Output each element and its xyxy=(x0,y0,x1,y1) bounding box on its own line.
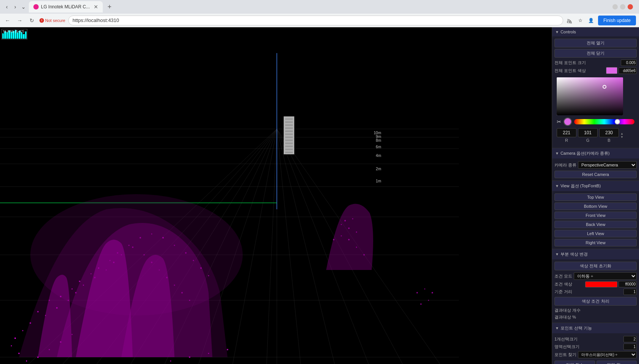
forward-btn[interactable]: › xyxy=(11,3,19,11)
window-maximize-btn[interactable] xyxy=(620,4,625,9)
tab-title: LG Innotek MLiDAR C... xyxy=(41,4,90,9)
svg-rect-106 xyxy=(285,136,293,138)
condition-mode-row: 조건 모드 이하동 ÷ xyxy=(554,272,637,280)
camera-type-select[interactable]: PerspectiveCamera xyxy=(578,161,637,169)
select-size-input[interactable] xyxy=(623,336,637,342)
point-color-swatch[interactable] xyxy=(606,67,617,74)
b-value-cell: B xyxy=(599,128,619,143)
front-view-btn[interactable]: Front View xyxy=(554,212,637,219)
svg-point-94 xyxy=(189,356,190,358)
reset-camera-btn[interactable]: Reset Camera xyxy=(554,171,637,178)
camera-type-row: 카메라 종류 PerspectiveCamera xyxy=(554,161,637,169)
result-count-row: 결과대상 개수 xyxy=(554,308,637,313)
svg-point-85 xyxy=(432,292,433,293)
svg-point-86 xyxy=(428,300,429,301)
color-change-arrow: ▼ xyxy=(555,252,559,256)
point-color-row: 전체 포인트 색상 xyxy=(554,67,637,74)
scale-6m: 6m xyxy=(376,145,381,149)
point-color-hex-input[interactable] xyxy=(619,67,637,74)
condition-color-hex-input[interactable] xyxy=(619,281,637,287)
g-input[interactable] xyxy=(578,128,598,137)
base-distance-input[interactable] xyxy=(623,289,637,295)
point-size-input[interactable] xyxy=(621,60,637,66)
tab-close-btn[interactable]: ✕ xyxy=(94,4,98,10)
browser-icons: ☆ 👤 Finish update xyxy=(566,16,636,25)
fps-bar xyxy=(2,33,4,39)
region-clear-btn[interactable]: 영역 Clear xyxy=(597,361,637,364)
color-change-section: ▼ 부분 색상 변경 색상 전체 초기화 조건 모드 이하동 ÷ 조건 색상 xyxy=(552,249,639,323)
controls-section-header[interactable]: ▼ Controls xyxy=(552,27,639,36)
svg-point-95 xyxy=(208,353,209,354)
address-bar: ← → ↻ ! Not secure https://localhost:431… xyxy=(0,14,639,27)
back-btn[interactable]: ‹ xyxy=(3,3,11,11)
back-view-btn[interactable]: Back View xyxy=(554,221,637,228)
svg-point-96 xyxy=(227,349,228,350)
fps-bar xyxy=(25,31,27,39)
svg-rect-111 xyxy=(285,152,293,153)
window-minimize-btn[interactable] xyxy=(612,4,618,9)
svg-rect-108 xyxy=(285,143,293,144)
color-change-content: 색상 전체 초기화 조건 모드 이하동 ÷ 조건 색상 기준 거리 xyxy=(552,259,639,323)
open-all-btn[interactable]: 전체 열기 xyxy=(554,39,637,47)
rgb-spin-arrows[interactable]: ▲ ▼ xyxy=(620,132,623,139)
b-input[interactable] xyxy=(599,128,619,137)
condition-color-swatch[interactable] xyxy=(585,281,617,287)
new-tab-btn[interactable]: + xyxy=(104,2,115,12)
close-all-btn[interactable]: 전체 닫기 xyxy=(554,49,637,58)
point-select-header[interactable]: ▼ 포인트 선택 기능 xyxy=(552,323,639,333)
nav-back-btn[interactable]: ← xyxy=(3,16,12,25)
condition-color-row: 조건 색상 xyxy=(554,281,637,287)
region-size-row: 영역선택크기 xyxy=(554,344,637,350)
eyedropper-icon[interactable]: ✂ xyxy=(557,119,561,125)
r-value-cell: R xyxy=(557,128,576,143)
tab-nav: ‹ › ⌄ xyxy=(3,3,27,11)
svg-point-65 xyxy=(14,337,16,339)
color-gradient-area[interactable] xyxy=(557,77,623,115)
nav-refresh-btn[interactable]: ↻ xyxy=(27,16,36,25)
svg-rect-109 xyxy=(285,146,293,147)
svg-line-19 xyxy=(277,129,303,364)
svg-rect-104 xyxy=(285,130,293,132)
nav-forward-btn[interactable]: → xyxy=(15,16,24,25)
scene-svg xyxy=(0,27,552,364)
dropdown-btn[interactable]: ⌄ xyxy=(20,3,27,11)
finish-update-btn[interactable]: Finish update xyxy=(598,16,636,25)
point-select-section: ▼ 포인트 선택 기능 1개선택크기 영역선택크기 xyxy=(552,323,639,364)
controls-content: 전체 열기 전체 닫기 전체 포인트 크기 전체 포인트 색상 xyxy=(552,36,639,148)
right-view-btn[interactable]: Right View xyxy=(554,239,637,246)
browser-chrome: ‹ › ⌄ LG Innotek MLiDAR C... ✕ + ← → ↻ !… xyxy=(0,0,639,27)
find-point-select[interactable]: 마우스이용(미선택) ÷ xyxy=(578,351,637,358)
active-tab[interactable]: LG Innotek MLiDAR C... ✕ xyxy=(29,1,103,13)
cast-icon[interactable] xyxy=(566,17,574,24)
point-size-row: 전체 포인트 크기 xyxy=(554,60,637,66)
r-input[interactable] xyxy=(557,128,576,137)
svg-point-68 xyxy=(26,361,27,362)
g-value-cell: G xyxy=(578,128,598,143)
scale-4m: 4m xyxy=(376,154,381,158)
main-layout: 76 FPS (5-87) xyxy=(0,27,639,364)
profile-icon[interactable]: 👤 xyxy=(587,17,595,24)
hue-slider[interactable] xyxy=(574,119,634,124)
svg-point-64 xyxy=(22,330,24,331)
camera-section-header[interactable]: ▼ Camera 옵션(카메라 종류) xyxy=(552,148,639,158)
point-select-content: 1개선택크기 영역선택크기 xyxy=(552,333,639,364)
3d-viewport[interactable]: 76 FPS (5-87) xyxy=(0,27,552,364)
color-change-header[interactable]: ▼ 부분 색상 변경 xyxy=(552,249,639,259)
svg-line-17 xyxy=(265,129,277,364)
color-init-btn[interactable]: 색상 전체 초기화 xyxy=(554,262,637,270)
url-bar[interactable]: https://localhost:4310 xyxy=(68,16,563,25)
view-section: ▼ View 옵션 (TopFontB) Top View Bottom Vie… xyxy=(552,181,639,249)
bottom-view-btn[interactable]: Bottom View xyxy=(554,202,637,210)
svg-rect-101 xyxy=(285,121,293,123)
window-close-btn[interactable] xyxy=(628,4,633,9)
top-view-btn[interactable]: Top View xyxy=(554,193,637,201)
select-all-cancel-btn[interactable]: 전체 취소 xyxy=(554,361,595,364)
color-condition-btn[interactable]: 색상 조건 처리 xyxy=(554,297,637,306)
star-icon[interactable]: ☆ xyxy=(577,17,584,24)
camera-section: ▼ Camera 옵션(카메라 종류) 카메라 종류 PerspectiveCa… xyxy=(552,148,639,181)
view-section-header[interactable]: ▼ View 옵션 (TopFontB) xyxy=(552,181,639,191)
controls-section: ▼ Controls 전체 열기 전체 닫기 전체 포인트 크기 전체 포 xyxy=(552,27,639,148)
condition-mode-select[interactable]: 이하동 ÷ xyxy=(574,272,637,280)
left-view-btn[interactable]: Left View xyxy=(554,230,637,237)
region-size-input[interactable] xyxy=(623,344,637,350)
